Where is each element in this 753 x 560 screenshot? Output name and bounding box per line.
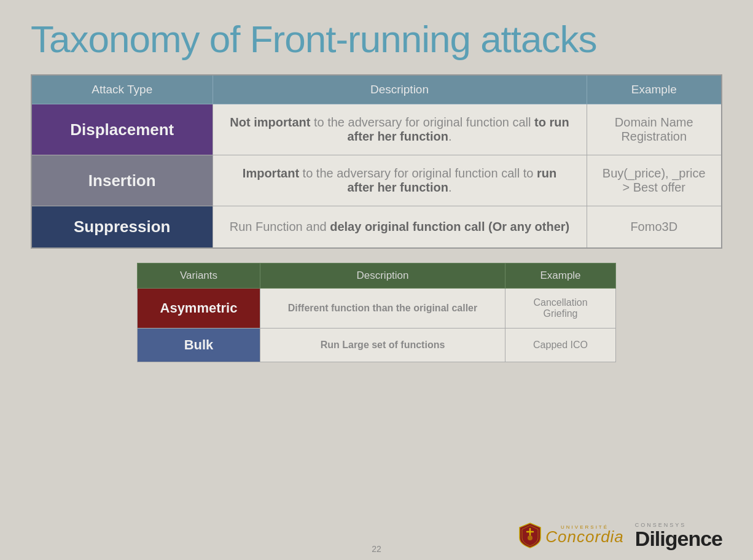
concordia-logo: UNIVERSITÉ Concordia <box>518 522 624 549</box>
col-var-description-header: Description <box>260 263 505 289</box>
example-displacement: Domain Name Registration <box>587 104 722 155</box>
variants-table: Variants Description Example Asymmetric … <box>137 263 616 362</box>
concordia-text-block: UNIVERSITÉ Concordia <box>545 524 624 546</box>
example-suppression: Fomo3D <box>587 206 722 249</box>
page-number: 22 <box>372 544 381 554</box>
var-description-asymmetric: Different function than the original cal… <box>260 289 505 329</box>
page-title: Taxonomy of Front-running attacks <box>31 18 722 60</box>
main-table: Attack Type Description Example Displace… <box>31 74 722 249</box>
variant-type-bulk: Bulk <box>138 329 260 362</box>
attack-type-displacement: Displacement <box>31 104 213 155</box>
variants-container: Variants Description Example Asymmetric … <box>31 263 722 362</box>
col-variants-header: Variants <box>138 263 260 289</box>
col-var-example-header: Example <box>505 263 616 289</box>
concordia-shield-icon <box>518 522 542 549</box>
table-row: Displacement Not important to the advers… <box>31 104 722 155</box>
description-insertion: Important to the adversary for original … <box>213 155 587 206</box>
diligence-logo: CONSENSYS Diligence <box>635 522 722 549</box>
footer-logos: UNIVERSITÉ Concordia CONSENSYS Diligence <box>518 522 722 549</box>
variant-type-asymmetric: Asymmetric <box>138 289 260 329</box>
table-row: Bulk Run Large set of functions Capped I… <box>138 329 616 362</box>
example-insertion: Buy(_price), _price > Best offer <box>587 155 722 206</box>
var-example-asymmetric: Cancellation Griefing <box>505 289 616 329</box>
diligence-name: Diligence <box>635 528 722 549</box>
table-row: Insertion Important to the adversary for… <box>31 155 722 206</box>
col-description-header: Description <box>213 75 587 104</box>
description-suppression: Run Function and delay original function… <box>213 206 587 249</box>
col-example-header: Example <box>587 75 722 104</box>
description-displacement: Not important to the adversary for origi… <box>213 104 587 155</box>
variants-header-row: Variants Description Example <box>138 263 616 289</box>
concordia-name: Concordia <box>545 527 624 546</box>
svg-point-0 <box>528 535 533 540</box>
table-row: Suppression Run Function and delay origi… <box>31 206 722 249</box>
table-row: Asymmetric Different function than the o… <box>138 289 616 329</box>
page-wrapper: Taxonomy of Front-running attacks Attack… <box>0 0 753 560</box>
main-table-header-row: Attack Type Description Example <box>31 75 722 104</box>
var-example-bulk: Capped ICO <box>505 329 616 362</box>
var-description-bulk: Run Large set of functions <box>260 329 505 362</box>
attack-type-suppression: Suppression <box>31 206 213 249</box>
col-attack-type-header: Attack Type <box>31 75 213 104</box>
attack-type-insertion: Insertion <box>31 155 213 206</box>
